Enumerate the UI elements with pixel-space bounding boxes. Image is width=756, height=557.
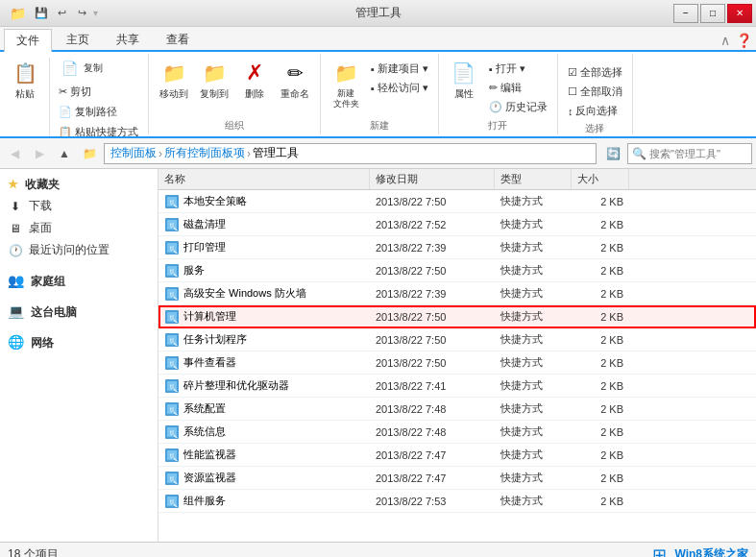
table-row[interactable]: tI 高级安全 Windows 防火墙 2013/8/22 7:39 快捷方式 … — [159, 282, 756, 305]
file-icon: tI — [164, 378, 180, 394]
file-date: 2013/8/22 7:50 — [370, 311, 495, 323]
select-all-button[interactable]: ☑ 全部选择 — [564, 63, 626, 82]
new-folder-button[interactable]: 📁 新建文件夹 — [327, 56, 365, 111]
sidebar-item-desktop[interactable]: 🖥 桌面 — [0, 217, 158, 239]
table-row[interactable]: tI 系统配置 2013/8/22 7:48 快捷方式 2 KB — [159, 398, 756, 421]
back-button[interactable]: ◀ — [4, 143, 25, 164]
table-row[interactable]: tI 磁盘清理 2013/8/22 7:52 快捷方式 2 KB — [159, 213, 756, 236]
breadcrumb-2[interactable]: 所有控制面板项 — [164, 145, 245, 161]
open-icon: ▪ — [489, 63, 493, 75]
ribbon-body: 📋 粘贴 📄 复制 ✂ 剪切 📄 复制路径 📋 — [0, 52, 756, 138]
copy-to-label: 复制到 — [200, 88, 229, 100]
breadcrumb-1[interactable]: 控制面板 — [110, 145, 157, 161]
delete-button[interactable]: ✗ 删除 — [235, 56, 274, 102]
table-row[interactable]: tI 性能监视器 2013/8/22 7:47 快捷方式 2 KB — [159, 444, 756, 467]
history-icon: 🕐 — [489, 101, 502, 113]
file-list[interactable]: 名称 修改日期 类型 大小 tI 本地安全策略 2013/8/22 7:50 快… — [159, 169, 756, 542]
file-name: 磁盘清理 — [183, 217, 226, 231]
deselect-all-button[interactable]: ☐ 全部取消 — [564, 83, 626, 101]
table-row[interactable]: tI 计算机管理 2013/8/22 7:50 快捷方式 2 KB — [159, 305, 756, 328]
svg-text:tI: tI — [170, 475, 174, 482]
file-name-cell: tI 服务 — [159, 263, 370, 278]
select-stack: ☑ 全部选择 ☐ 全部取消 ↕ 反向选择 — [564, 63, 626, 120]
minimize-button[interactable]: − — [673, 4, 698, 23]
table-row[interactable]: tI 系统信息 2013/8/22 7:48 快捷方式 2 KB — [159, 421, 756, 444]
col-header-date[interactable]: 修改日期 — [370, 169, 495, 189]
col-header-type[interactable]: 类型 — [495, 169, 572, 189]
tab-view[interactable]: 查看 — [154, 29, 202, 50]
easy-access-button[interactable]: ▪ 轻松访问 ▾ — [367, 79, 432, 97]
tab-file[interactable]: 文件 — [4, 29, 52, 52]
table-row[interactable]: tI 组件服务 2013/8/22 7:53 快捷方式 2 KB — [159, 490, 756, 513]
sidebar-recent-label: 最近访问的位置 — [29, 242, 110, 258]
file-size: 2 KB — [572, 196, 629, 207]
cut-button[interactable]: ✂ 剪切 — [55, 83, 142, 101]
breadcrumb-3: 管理工具 — [253, 145, 299, 161]
edit-button[interactable]: ✏ 编辑 — [485, 79, 551, 97]
copy-path-button[interactable]: 📄 复制路径 — [55, 103, 142, 121]
copy-path-icon: 📄 — [59, 106, 72, 118]
svg-text:tI: tI — [170, 268, 174, 275]
forward-button[interactable]: ▶ — [29, 143, 50, 164]
paste-shortcut-button[interactable]: 📋 粘贴快捷方式 — [55, 123, 142, 138]
file-icon: tI — [164, 471, 180, 486]
invert-select-button[interactable]: ↕ 反向选择 — [564, 102, 626, 120]
tab-share[interactable]: 共享 — [104, 29, 152, 50]
maximize-button[interactable]: □ — [700, 4, 725, 23]
breadcrumb-sep-2: › — [247, 147, 251, 160]
search-input[interactable] — [649, 148, 745, 159]
file-name: 事件查看器 — [183, 355, 236, 370]
close-button[interactable]: ✕ — [727, 4, 752, 23]
table-row[interactable]: tI 服务 2013/8/22 7:50 快捷方式 2 KB — [159, 259, 756, 282]
file-size: 2 KB — [572, 403, 629, 415]
copy-to-button[interactable]: 📁 复制到 — [195, 56, 233, 102]
col-header-name[interactable]: 名称 — [159, 169, 370, 189]
move-to-button[interactable]: 📁 移动到 — [155, 56, 193, 102]
file-size: 2 KB — [572, 449, 629, 461]
history-button[interactable]: 🕐 历史记录 — [485, 98, 551, 116]
table-row[interactable]: tI 资源监视器 2013/8/22 7:47 快捷方式 2 KB — [159, 467, 756, 490]
new-small-stack: ▪ 新建项目 ▾ ▪ 轻松访问 ▾ — [367, 60, 432, 97]
new-item-label: 新建项目 — [378, 61, 420, 76]
col-header-size[interactable]: 大小 — [572, 169, 629, 189]
table-row[interactable]: tI 事件查看器 2013/8/22 7:50 快捷方式 2 KB — [159, 351, 756, 375]
up-button[interactable]: ▲ — [54, 143, 75, 164]
svg-text:tI: tI — [170, 383, 174, 390]
svg-text:tI: tI — [170, 199, 174, 206]
tab-home[interactable]: 主页 — [54, 29, 102, 50]
table-row[interactable]: tI 碎片整理和优化驱动器 2013/8/22 7:41 快捷方式 2 KB — [159, 375, 756, 398]
sidebar-item-recent[interactable]: 🕐 最近访问的位置 — [0, 239, 158, 261]
ribbon-expand-icon[interactable]: ∧ — [720, 33, 730, 48]
refresh-button[interactable]: 🔄 — [602, 143, 623, 164]
copy-button[interactable]: 📄 复制 — [55, 56, 142, 81]
file-date: 2013/8/22 7:41 — [370, 380, 495, 392]
file-type: 快捷方式 — [495, 194, 572, 208]
sidebar-favorites-label: ★ 收藏夹 — [0, 173, 158, 195]
deselect-all-icon: ☐ — [568, 85, 577, 98]
help-icon[interactable]: ❓ — [736, 33, 752, 48]
save-button[interactable]: 💾 — [33, 5, 50, 22]
paste-button[interactable]: 📋 粘贴 — [6, 56, 44, 102]
sidebar-item-downloads[interactable]: ⬇ 下载 — [0, 195, 158, 217]
new-item-button[interactable]: ▪ 新建项目 ▾ — [367, 60, 432, 78]
undo-button[interactable]: ↩ — [53, 5, 70, 22]
new-content: 📁 新建文件夹 ▪ 新建项目 ▾ ▪ 轻松访问 ▾ — [327, 56, 432, 117]
easy-access-icon: ▪ — [371, 83, 375, 94]
download-icon: ⬇ — [8, 199, 23, 214]
search-box[interactable]: 🔍 — [627, 143, 752, 164]
move-label: 移动到 — [159, 88, 188, 100]
table-row[interactable]: tI 本地安全策略 2013/8/22 7:50 快捷方式 2 KB — [159, 190, 756, 213]
windows-logo-icon: ⊞ — [652, 545, 667, 558]
open-arrow: ▾ — [520, 62, 525, 75]
properties-button[interactable]: 📄 属性 — [445, 56, 483, 102]
table-row[interactable]: tI 任务计划程序 2013/8/22 7:50 快捷方式 2 KB — [159, 328, 756, 351]
open-label: 打开 — [496, 61, 517, 76]
file-icon: tI — [164, 448, 180, 463]
address-path[interactable]: 控制面板 › 所有控制面板项 › 管理工具 — [104, 143, 597, 164]
open-button[interactable]: ▪ 打开 ▾ — [485, 60, 551, 78]
rename-button[interactable]: ✏ 重命名 — [276, 56, 314, 102]
redo-button[interactable]: ↪ — [73, 5, 90, 22]
file-type: 快捷方式 — [495, 448, 572, 462]
svg-text:tI: tI — [170, 222, 174, 229]
table-row[interactable]: tI 打印管理 2013/8/22 7:39 快捷方式 2 KB — [159, 236, 756, 259]
